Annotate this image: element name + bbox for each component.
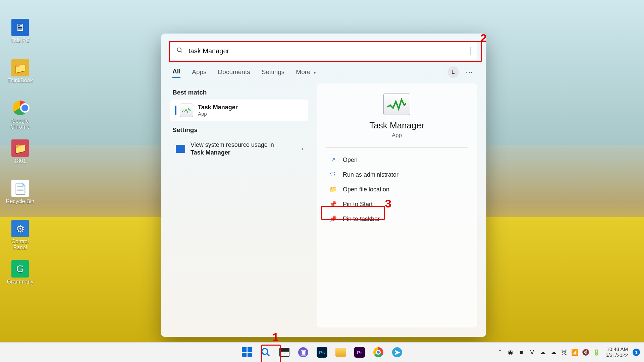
task-view-icon: [279, 348, 289, 357]
premiere-app[interactable]: Pr: [352, 344, 368, 360]
result-subtitle: App: [198, 111, 238, 117]
telegram-app[interactable]: ➤: [389, 344, 405, 360]
clock-date: 5/31/2022: [605, 352, 628, 358]
settings-result-resource-usage[interactable]: View system resource usage in Task Manag…: [170, 137, 308, 161]
tray-wifi-icon[interactable]: 📶: [571, 349, 579, 356]
task-manager-icon: [180, 104, 193, 117]
tab-more-label: More: [296, 68, 310, 75]
chevron-right-icon: ›: [302, 146, 303, 152]
loc-icon: 📁: [329, 186, 337, 193]
premiere-icon: Pr: [354, 347, 365, 358]
svg-line-1: [181, 51, 182, 52]
preview-column: Task Manager App ↗Open🛡Run as administra…: [317, 83, 477, 327]
svg-point-0: [177, 48, 181, 52]
task-manager-hero-icon: [383, 94, 410, 115]
chevron-down-icon: ▾: [314, 70, 316, 75]
search-icon: [261, 347, 271, 357]
preview-title: Task Manager: [369, 120, 424, 131]
desktop-icon-label: Control Panel: [11, 239, 29, 250]
svg-point-2: [262, 349, 268, 355]
desktop-icon-control-panel[interactable]: ⚙Control Panel: [4, 220, 36, 251]
settings-item-prefix: View system resource usage in: [191, 141, 274, 148]
admin-icon: 🛡: [329, 171, 337, 178]
taskbar-clock[interactable]: 10:48 AM 5/31/2022: [605, 346, 628, 358]
desktop-icon-google-chrome[interactable]: Google Chrome: [4, 99, 36, 130]
action-label: Open: [343, 157, 358, 164]
tray-sound-icon[interactable]: 🔇: [582, 349, 589, 356]
action-pinstart[interactable]: 📌Pin to Start: [326, 197, 468, 212]
action-label: Pin to Start: [343, 201, 373, 208]
monitor-icon: [175, 144, 186, 154]
tray-onedrive-icon[interactable]: ☁: [539, 349, 546, 356]
result-task-manager[interactable]: Task Manager App: [170, 100, 308, 121]
tab-documents[interactable]: Documents: [218, 68, 250, 78]
clock-time: 10:48 AM: [605, 346, 628, 352]
tray-up-icon[interactable]: ˄: [496, 349, 503, 356]
chrome-app[interactable]: [370, 344, 386, 360]
chat-app[interactable]: ▣: [295, 344, 311, 360]
action-label: Open file location: [343, 186, 389, 193]
tray-rec-icon[interactable]: ■: [518, 349, 525, 356]
tray-v-icon[interactable]: V: [528, 349, 536, 356]
folder-icon: [335, 348, 346, 357]
task-view-button[interactable]: [276, 344, 292, 360]
best-match-heading: Best match: [172, 89, 306, 96]
settings-heading: Settings: [172, 126, 306, 134]
result-title: Task Manager: [198, 104, 238, 111]
desktop-icon-label: ThinkBook: [7, 78, 33, 83]
pinstart-icon: 📌: [329, 200, 337, 208]
taskbar: ▣PsPr➤ ˄◉■V☁☁英📶🔇🔋 10:48 AM 5/31/2022 1: [0, 342, 644, 362]
windows-logo-icon: [242, 347, 252, 357]
search-bar[interactable]: [170, 42, 477, 60]
chrome-icon: [373, 347, 383, 357]
search-input[interactable]: [188, 47, 466, 55]
action-label: Run as administrator: [343, 171, 398, 178]
notification-center-button[interactable]: 1: [633, 349, 640, 356]
search-icon: [176, 47, 183, 55]
action-pintask[interactable]: 📌Pin to taskbar: [326, 212, 468, 226]
tab-settings[interactable]: Settings: [262, 68, 285, 78]
pintask-icon: 📌: [329, 215, 337, 223]
action-admin[interactable]: 🛡Run as administrator: [326, 167, 468, 182]
svg-line-3: [267, 354, 270, 356]
settings-item-bold: Task Manager: [191, 149, 230, 156]
action-open[interactable]: ↗Open: [326, 153, 468, 167]
tab-apps[interactable]: Apps: [192, 68, 206, 78]
desktop-icon-label: Grammarly: [7, 279, 33, 285]
desktop-icon-label: 1801: [14, 158, 26, 164]
action-label: Pin to taskbar: [343, 216, 380, 223]
tray-lang-icon[interactable]: 英: [560, 349, 568, 356]
text-cursor: [471, 47, 471, 55]
start-search-panel: All Apps Documents Settings More ▾ L ⋯ B…: [161, 34, 486, 337]
desktop-icon-thinkbook[interactable]: 📁ThinkBook: [4, 59, 36, 84]
desktop-icon-recycle-bin[interactable]: 📄Recycle Bin: [4, 180, 36, 204]
desktop-icon-label: Google Chrome: [11, 118, 30, 130]
action-loc[interactable]: 📁Open file location: [326, 182, 468, 197]
desktop-icon-label: This PC: [11, 38, 30, 43]
taskbar-center: ▣PsPr➤: [239, 343, 405, 362]
start-button[interactable]: [239, 344, 255, 360]
desktop-icon-label: Recycle Bin: [6, 198, 34, 204]
panel-more-button[interactable]: ⋯: [464, 66, 475, 78]
tray-battery-icon[interactable]: 🔋: [593, 349, 600, 356]
tab-more[interactable]: More ▾: [296, 68, 316, 78]
user-avatar[interactable]: L: [447, 66, 459, 78]
open-icon: ↗: [329, 156, 337, 164]
search-tabs: All Apps Documents Settings More ▾ L ⋯: [161, 60, 486, 78]
results-column: Best match Task Manager App Settings Vie…: [170, 83, 308, 327]
file-explorer-app[interactable]: [333, 344, 349, 360]
photoshop-icon: Ps: [317, 347, 327, 358]
telegram-icon: ➤: [392, 347, 402, 357]
chat-icon: ▣: [298, 347, 308, 357]
system-tray: ˄◉■V☁☁英📶🔇🔋 10:48 AM 5/31/2022 1: [496, 343, 640, 362]
desktop-icon-this-pc[interactable]: 🖥This PC: [4, 19, 36, 44]
tray-eye-icon[interactable]: ◉: [507, 349, 514, 356]
desktop-icon-grammarly[interactable]: GGrammarly: [4, 260, 36, 285]
preview-subtitle: App: [392, 132, 402, 139]
tab-all[interactable]: All: [172, 68, 180, 78]
taskbar-search-button[interactable]: [258, 344, 274, 360]
desktop-icon-1801[interactable]: 📁1801: [4, 139, 36, 164]
photoshop-app[interactable]: Ps: [314, 344, 330, 360]
tray-cloud-icon[interactable]: ☁: [550, 349, 557, 356]
